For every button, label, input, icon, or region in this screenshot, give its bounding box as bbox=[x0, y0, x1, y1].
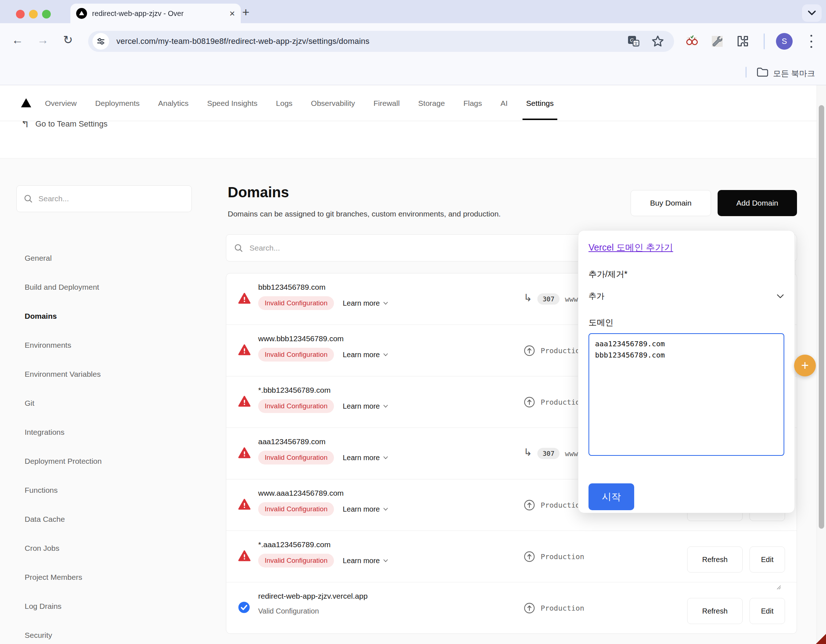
nav-tab-observability[interactable]: Observability bbox=[311, 99, 356, 108]
buy-domain-button[interactable]: Buy Domain bbox=[630, 190, 711, 216]
learn-more-toggle[interactable]: Learn more bbox=[343, 351, 388, 359]
browser-menu-icon[interactable] bbox=[809, 33, 813, 50]
sidebar-item-security[interactable]: Security bbox=[16, 621, 192, 644]
sidebar-item-environments[interactable]: Environments bbox=[16, 331, 192, 360]
nav-tab-firewall[interactable]: Firewall bbox=[373, 99, 400, 108]
warning-icon bbox=[238, 550, 251, 562]
warning-icon bbox=[238, 344, 251, 356]
sidebar-item-data-cache[interactable]: Data Cache bbox=[16, 505, 192, 534]
sidebar-item-integrations[interactable]: Integrations bbox=[16, 418, 192, 447]
status-badge: Invalid Configuration bbox=[258, 554, 334, 568]
macos-close-button[interactable] bbox=[16, 10, 25, 19]
nav-tab-storage[interactable]: Storage bbox=[418, 99, 446, 108]
popup-title-link[interactable]: Vercel 도메인 추가기 bbox=[588, 242, 673, 252]
production-icon bbox=[523, 551, 535, 562]
profile-avatar[interactable]: S bbox=[776, 33, 793, 50]
nav-tab-overview[interactable]: Overview bbox=[44, 99, 78, 108]
return-arrow-icon: ↰ bbox=[21, 121, 30, 130]
learn-more-toggle[interactable]: Learn more bbox=[343, 557, 388, 565]
resize-handle-icon[interactable] bbox=[776, 584, 781, 590]
refresh-button[interactable]: Refresh bbox=[687, 598, 742, 624]
extension-wrench-icon[interactable] bbox=[710, 23, 725, 59]
chevron-down-icon bbox=[807, 10, 817, 16]
redirect-code-badge: 307 bbox=[537, 448, 559, 459]
address-bar[interactable]: vercel.com/my-team-b0819e8f/redirect-web… bbox=[88, 31, 674, 52]
environment-status: Production bbox=[523, 325, 584, 376]
search-icon bbox=[23, 194, 33, 204]
sidebar-item-environment-variables[interactable]: Environment Variables bbox=[16, 360, 192, 389]
nav-tab-deployments[interactable]: Deployments bbox=[95, 99, 141, 108]
mode-label: 추가/제거* bbox=[588, 269, 784, 280]
environment-label: Production bbox=[540, 552, 584, 561]
nav-tab-ai[interactable]: AI bbox=[500, 99, 508, 108]
vercel-logo-icon[interactable] bbox=[21, 98, 31, 107]
scrollbar-thumb[interactable] bbox=[819, 105, 824, 529]
status-badge: Invalid Configuration bbox=[258, 296, 334, 310]
bookmark-star-icon[interactable] bbox=[651, 23, 665, 59]
valid-check-icon bbox=[238, 601, 250, 613]
nav-tab-logs[interactable]: Logs bbox=[275, 99, 293, 108]
forward-button[interactable]: → bbox=[37, 34, 48, 46]
nav-tab-analytics[interactable]: Analytics bbox=[157, 99, 189, 108]
all-bookmarks-link[interactable]: 모든 북마크 bbox=[773, 68, 815, 79]
bookmarks-separator bbox=[745, 67, 747, 78]
sidebar-item-git[interactable]: Git bbox=[16, 389, 192, 418]
sidebar-search[interactable] bbox=[16, 185, 192, 212]
corner-red-triangle bbox=[815, 633, 826, 644]
vercel-favicon-icon bbox=[76, 8, 87, 19]
translate-icon[interactable]: G 文 bbox=[627, 23, 640, 59]
environment-status: Production bbox=[523, 531, 584, 582]
sidebar-item-domains[interactable]: Domains bbox=[16, 302, 192, 331]
site-settings-icon[interactable] bbox=[92, 33, 109, 50]
floating-add-button[interactable]: + bbox=[794, 355, 816, 376]
nav-tab-settings[interactable]: Settings bbox=[525, 99, 554, 108]
close-tab-icon[interactable]: × bbox=[230, 9, 235, 18]
nav-tab-flags[interactable]: Flags bbox=[463, 99, 483, 108]
refresh-button[interactable]: Refresh bbox=[687, 546, 742, 573]
edit-button[interactable]: Edit bbox=[750, 546, 785, 573]
mode-select[interactable]: 추가 bbox=[588, 291, 784, 302]
screenshot-root: redirect-web-app-zjzv - Over × + ← → ↻ v… bbox=[0, 0, 826, 644]
chevron-down-icon bbox=[776, 294, 784, 299]
sidebar-item-functions[interactable]: Functions bbox=[16, 476, 192, 505]
status-badge: Invalid Configuration bbox=[258, 451, 334, 464]
chevron-down-icon bbox=[383, 301, 388, 305]
learn-more-toggle[interactable]: Learn more bbox=[343, 402, 388, 410]
new-tab-button[interactable]: + bbox=[242, 5, 250, 19]
start-button[interactable]: 시작 bbox=[588, 483, 634, 510]
sidebar-item-cron-jobs[interactable]: Cron Jobs bbox=[16, 534, 192, 563]
add-domain-button[interactable]: Add Domain bbox=[717, 190, 797, 216]
extension-glasses-icon[interactable] bbox=[685, 23, 699, 59]
macos-zoom-button[interactable] bbox=[42, 10, 51, 19]
tab-search-button[interactable] bbox=[802, 5, 821, 22]
sidebar-item-deployment-protection[interactable]: Deployment Protection bbox=[16, 447, 192, 476]
warning-icon bbox=[238, 395, 251, 408]
sidebar-item-project-members[interactable]: Project Members bbox=[16, 563, 192, 592]
reload-button[interactable]: ↻ bbox=[63, 34, 73, 46]
learn-more-toggle[interactable]: Learn more bbox=[343, 299, 388, 307]
browser-tab[interactable]: redirect-web-app-zjzv - Over × bbox=[70, 4, 241, 23]
warning-icon bbox=[238, 292, 251, 304]
scrollbar-track[interactable] bbox=[817, 85, 826, 644]
edit-button[interactable]: Edit bbox=[750, 598, 785, 624]
go-to-team-settings-link[interactable]: ↰ Go to Team Settings bbox=[21, 121, 107, 130]
domains-textarea[interactable]: aaa123456789.com bbb123456789.com bbox=[588, 333, 784, 456]
extensions-puzzle-icon[interactable] bbox=[735, 23, 751, 59]
folder-icon[interactable] bbox=[756, 67, 769, 79]
learn-more-toggle[interactable]: Learn more bbox=[343, 454, 388, 462]
nav-tab-speed-insights[interactable]: Speed Insights bbox=[206, 99, 258, 108]
sidebar-item-build-and-deployment[interactable]: Build and Deployment bbox=[16, 273, 192, 302]
sidebar-item-log-drains[interactable]: Log Drains bbox=[16, 592, 192, 621]
redirect-arrow-icon: ↳ bbox=[523, 447, 532, 458]
back-button[interactable]: ← bbox=[12, 34, 23, 46]
macos-minimize-button[interactable] bbox=[29, 10, 38, 19]
url-text[interactable]: vercel.com/my-team-b0819e8f/redirect-web… bbox=[116, 37, 370, 46]
sidebar-search-input[interactable] bbox=[39, 194, 185, 203]
domain-label: 도메인 bbox=[588, 317, 784, 328]
sidebar-item-general[interactable]: General bbox=[16, 244, 192, 273]
go-to-team-settings-strip: ↰ Go to Team Settings bbox=[0, 121, 826, 158]
learn-more-toggle[interactable]: Learn more bbox=[343, 505, 388, 514]
environment-status: Production bbox=[523, 376, 584, 428]
settings-sidebar: General Build and Deployment Domains Env… bbox=[16, 244, 192, 644]
redirect-code-badge: 307 bbox=[537, 293, 559, 304]
